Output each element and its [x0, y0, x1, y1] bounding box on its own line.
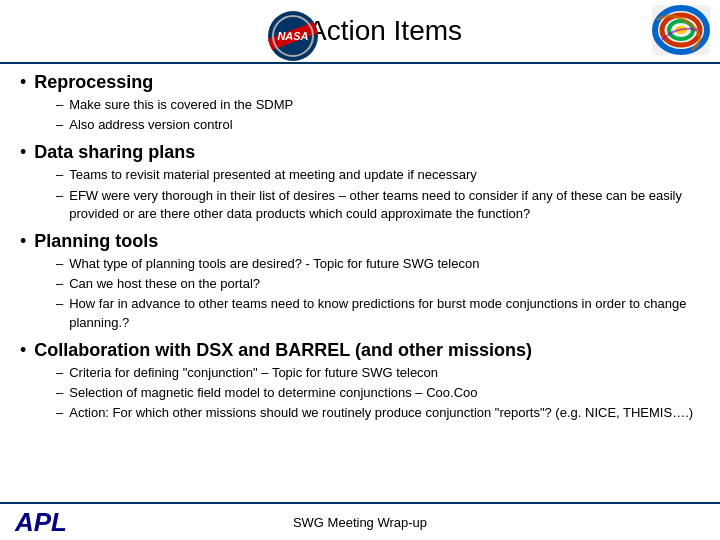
bullet-collaboration: •	[20, 341, 26, 359]
section-header-data-sharing: • Data sharing plans	[20, 142, 700, 163]
section-header-planning-tools: • Planning tools	[20, 231, 700, 252]
list-item: – Teams to revisit material presented at…	[56, 166, 700, 184]
section-title-planning-tools: Planning tools	[34, 231, 158, 252]
right-logo	[652, 5, 710, 55]
nasa-logo-text: NASA	[277, 30, 308, 42]
section-collaboration: • Collaboration with DSX and BARREL (and…	[20, 340, 700, 423]
list-item: – Also address version control	[56, 116, 700, 134]
sub-items-reprocessing: – Make sure this is covered in the SDMP …	[56, 96, 700, 134]
dash-icon: –	[56, 275, 63, 293]
footer-center-text: SWG Meeting Wrap-up	[293, 515, 427, 530]
section-title-collaboration: Collaboration with DSX and BARREL (and o…	[34, 340, 532, 361]
footer-logo: APL	[15, 507, 67, 538]
header: NASA Action Items	[0, 0, 720, 64]
dash-icon: –	[56, 404, 63, 422]
nasa-logo: NASA	[268, 11, 318, 61]
sub-text: Action: For which other missions should …	[69, 404, 700, 422]
sub-text: Criteria for defining "conjunction" – To…	[69, 364, 700, 382]
sub-items-collaboration: – Criteria for defining "conjunction" – …	[56, 364, 700, 423]
list-item: – How far in advance to other teams need…	[56, 295, 700, 331]
sub-text: Can we host these on the portal?	[69, 275, 700, 293]
section-title-data-sharing: Data sharing plans	[34, 142, 195, 163]
sub-text: Teams to revisit material presented at m…	[69, 166, 700, 184]
dash-icon: –	[56, 187, 63, 205]
sub-text: How far in advance to other teams need t…	[69, 295, 700, 331]
section-title-reprocessing: Reprocessing	[34, 72, 153, 93]
section-reprocessing: • Reprocessing – Make sure this is cover…	[20, 72, 700, 134]
list-item: – Action: For which other missions shoul…	[56, 404, 700, 422]
section-data-sharing: • Data sharing plans – Teams to revisit …	[20, 142, 700, 223]
section-header-collaboration: • Collaboration with DSX and BARREL (and…	[20, 340, 700, 361]
page-title: Action Items	[308, 15, 462, 47]
apl-logo-text: APL	[15, 507, 67, 537]
dash-icon: –	[56, 364, 63, 382]
sub-text: Also address version control	[69, 116, 700, 134]
dash-icon: –	[56, 166, 63, 184]
list-item: – Criteria for defining "conjunction" – …	[56, 364, 700, 382]
sub-text: Selection of magnetic field model to det…	[69, 384, 700, 402]
sub-items-data-sharing: – Teams to revisit material presented at…	[56, 166, 700, 223]
main-content: • Reprocessing – Make sure this is cover…	[0, 64, 720, 436]
section-planning-tools: • Planning tools – What type of planning…	[20, 231, 700, 332]
sub-text: Make sure this is covered in the SDMP	[69, 96, 700, 114]
list-item: – Can we host these on the portal?	[56, 275, 700, 293]
sub-items-planning-tools: – What type of planning tools are desire…	[56, 255, 700, 332]
dash-icon: –	[56, 116, 63, 134]
sub-text: EFW were very thorough in their list of …	[69, 187, 700, 223]
bullet-reprocessing: •	[20, 73, 26, 91]
dash-icon: –	[56, 384, 63, 402]
list-item: – What type of planning tools are desire…	[56, 255, 700, 273]
sub-text: What type of planning tools are desired?…	[69, 255, 700, 273]
list-item: – Make sure this is covered in the SDMP	[56, 96, 700, 114]
list-item: – Selection of magnetic field model to d…	[56, 384, 700, 402]
list-item: – EFW were very thorough in their list o…	[56, 187, 700, 223]
bullet-data-sharing: •	[20, 143, 26, 161]
section-header-reprocessing: • Reprocessing	[20, 72, 700, 93]
dash-icon: –	[56, 295, 63, 313]
footer: APL SWG Meeting Wrap-up	[0, 502, 720, 540]
dash-icon: –	[56, 96, 63, 114]
dash-icon: –	[56, 255, 63, 273]
bullet-planning-tools: •	[20, 232, 26, 250]
